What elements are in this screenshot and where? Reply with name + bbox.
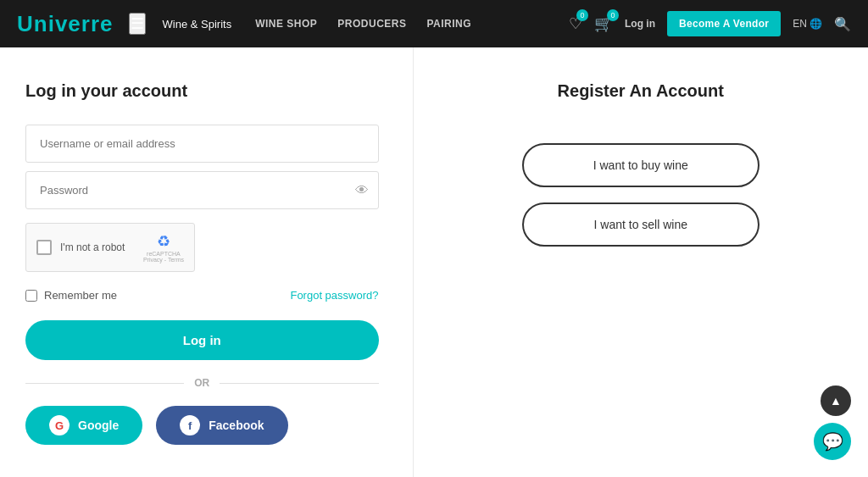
- logo: Univerre: [17, 11, 114, 37]
- nav-pairing[interactable]: PAIRING: [427, 18, 472, 30]
- arrow-up-icon: ▲: [830, 394, 842, 408]
- captcha-logo: ♻ reCAPTCHA Privacy - Terms: [143, 232, 184, 263]
- facebook-label: Facebook: [209, 419, 264, 432]
- login-panel: Log in your account 👁 I'm not a robot ♻ …: [17, 47, 414, 477]
- hamburger-icon[interactable]: ☰: [129, 13, 146, 35]
- navbar: Univerre ☰ Wine & Spirits WINE SHOP PROD…: [0, 0, 868, 47]
- main-content: Log in your account 👁 I'm not a robot ♻ …: [0, 47, 868, 477]
- captcha-checkbox[interactable]: [36, 240, 52, 255]
- recaptcha-text: reCAPTCHA: [147, 251, 181, 257]
- recaptcha-icon: ♻: [157, 232, 170, 251]
- nav-wine-shop[interactable]: WINE SHOP: [255, 18, 317, 30]
- globe-icon: 🌐: [810, 18, 822, 30]
- or-text: OR: [194, 377, 209, 389]
- vendor-button[interactable]: Become a vendor: [667, 11, 781, 36]
- register-title: Register An Account: [465, 81, 818, 101]
- facebook-button[interactable]: f Facebook: [156, 406, 287, 445]
- logo-text: Univerre: [17, 11, 114, 37]
- language-button[interactable]: EN 🌐: [793, 18, 822, 30]
- login-submit-button[interactable]: Log in: [25, 320, 379, 360]
- nav-producers[interactable]: PRODUCERS: [337, 18, 406, 30]
- remember-checkbox[interactable]: [25, 290, 37, 302]
- or-line-right: [220, 383, 378, 384]
- wishlist-button[interactable]: ♡ 0: [569, 14, 582, 33]
- captcha-box[interactable]: I'm not a robot ♻ reCAPTCHA Privacy - Te…: [25, 223, 195, 272]
- store-label: Wine & Spirits: [163, 18, 232, 31]
- password-wrapper: 👁: [25, 171, 379, 209]
- register-options: I want to buy wine I want to sell wine: [522, 143, 760, 247]
- navbar-right: ♡ 0 🛒 0 Log in Become a vendor EN 🌐 🔍: [569, 11, 851, 36]
- cart-badge: 0: [607, 9, 619, 21]
- floating-buttons: ▲ 💬: [814, 385, 851, 460]
- search-icon: 🔍: [834, 17, 851, 31]
- cart-button[interactable]: 🛒 0: [594, 14, 613, 33]
- remember-label: Remember me: [44, 289, 117, 302]
- main-nav: WINE SHOP PRODUCERS PAIRING: [255, 18, 471, 30]
- captcha-label: I'm not a robot: [60, 241, 135, 253]
- facebook-icon: f: [180, 415, 200, 435]
- register-panel: Register An Account I want to buy wine I…: [414, 47, 852, 477]
- scroll-top-button[interactable]: ▲: [821, 385, 851, 416]
- or-divider: OR: [25, 377, 379, 389]
- login-button[interactable]: Log in: [625, 18, 655, 30]
- social-buttons: G Google f Facebook: [25, 406, 379, 445]
- login-title: Log in your account: [25, 81, 379, 101]
- google-button[interactable]: G Google: [25, 406, 142, 445]
- sell-wine-button[interactable]: I want to sell wine: [522, 202, 760, 247]
- remember-left: Remember me: [25, 289, 117, 302]
- buy-wine-button[interactable]: I want to buy wine: [522, 143, 760, 187]
- or-line-left: [25, 383, 184, 384]
- forgot-password-link[interactable]: Forgot password?: [290, 289, 378, 302]
- password-field[interactable]: [25, 171, 379, 209]
- eye-icon[interactable]: 👁: [355, 183, 369, 198]
- username-field[interactable]: [25, 125, 379, 163]
- google-label: Google: [78, 419, 119, 432]
- chat-icon: 💬: [822, 431, 843, 452]
- search-button[interactable]: 🔍: [834, 16, 851, 32]
- wishlist-badge: 0: [576, 9, 588, 21]
- remember-row: Remember me Forgot password?: [25, 289, 379, 302]
- google-icon: G: [49, 415, 70, 435]
- recaptcha-terms: Privacy - Terms: [143, 257, 184, 263]
- chat-button[interactable]: 💬: [814, 423, 851, 460]
- lang-label: EN: [793, 18, 807, 30]
